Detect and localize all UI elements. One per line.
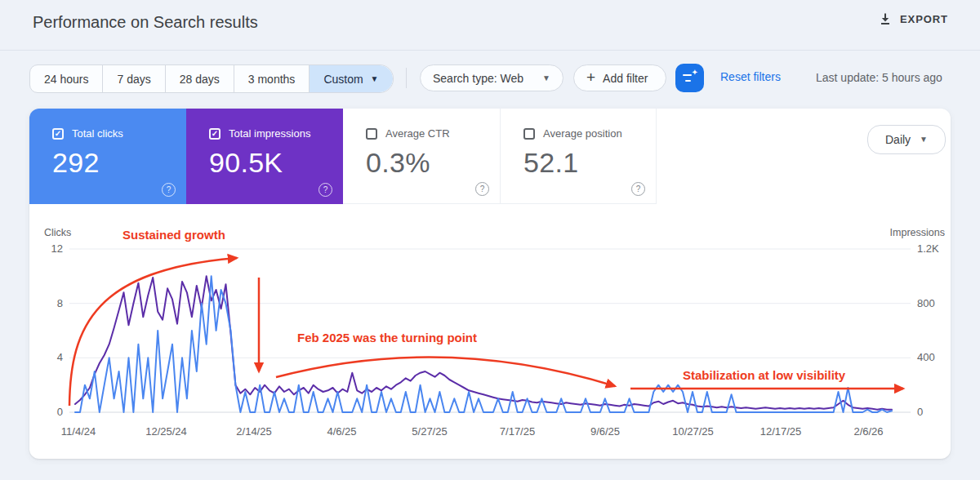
granularity-dropdown[interactable]: Daily ▼ — [867, 125, 946, 154]
caret-down-icon: ▼ — [920, 136, 928, 144]
last-update-text: Last update: 5 hours ago — [816, 71, 942, 84]
date-range-tabs: 24 hours 7 days 28 days 3 months Custom … — [29, 64, 394, 93]
metric-card-total-clicks[interactable]: ✓ Total clicks 292 ? — [29, 109, 186, 204]
checkbox-checked-icon[interactable]: ✓ — [52, 128, 64, 140]
metric-card-average-position[interactable]: Average position 52.1 ? — [500, 109, 657, 204]
performance-card: ✓ Total clicks 292 ? ✓ Total impressions… — [29, 109, 951, 459]
metric-value: 0.3% — [366, 147, 500, 179]
tab-28-days[interactable]: 28 days — [165, 65, 234, 92]
caret-down-icon: ▼ — [371, 75, 379, 83]
tune-sparkle-icon: ✦ — [683, 72, 697, 85]
help-circle-icon[interactable]: ? — [162, 183, 176, 197]
caret-down-icon: ▼ — [542, 74, 550, 82]
header-divider — [0, 50, 980, 51]
export-button[interactable]: EXPORT — [879, 12, 948, 25]
left-axis-title: Clicks — [44, 227, 71, 238]
metric-label: Average CTR — [385, 127, 450, 140]
metric-value: 52.1 — [523, 147, 656, 179]
help-circle-icon[interactable]: ? — [631, 182, 645, 196]
search-type-dropdown[interactable]: Search type: Web ▼ — [420, 64, 564, 91]
tab-custom-label: Custom — [323, 73, 363, 86]
search-type-label: Search type: Web — [433, 72, 523, 85]
tab-7-days[interactable]: 7 days — [102, 65, 164, 92]
add-filter-label: Add filter — [603, 72, 648, 85]
plus-icon: + — [586, 69, 595, 85]
metric-value: 292 — [52, 147, 186, 179]
granularity-label: Daily — [885, 133, 911, 146]
reset-filters-link[interactable]: Reset filters — [720, 70, 781, 83]
metric-card-average-ctr[interactable]: Average CTR 0.3% ? — [343, 109, 500, 204]
right-axis-title: Impressions — [886, 227, 945, 238]
filter-settings-button[interactable]: ✦ — [675, 64, 704, 92]
metric-label: Total impressions — [229, 127, 310, 140]
page-title: Performance on Search results — [33, 13, 258, 32]
add-filter-button[interactable]: + Add filter — [573, 64, 666, 91]
checkbox-checked-icon[interactable]: ✓ — [209, 128, 220, 140]
export-label: EXPORT — [900, 13, 948, 25]
metric-value: 90.5K — [209, 147, 343, 179]
checkbox-unchecked-icon[interactable] — [523, 128, 535, 140]
metric-card-total-impressions[interactable]: ✓ Total impressions 90.5K ? — [186, 109, 343, 204]
tab-3-months[interactable]: 3 months — [234, 65, 310, 92]
download-icon — [879, 12, 892, 25]
checkbox-unchecked-icon[interactable] — [366, 128, 377, 140]
tab-24-hours[interactable]: 24 hours — [30, 65, 102, 92]
help-circle-icon[interactable]: ? — [318, 183, 332, 197]
metric-label: Total clicks — [72, 127, 123, 140]
tab-custom[interactable]: Custom ▼ — [309, 65, 392, 92]
metric-label: Average position — [543, 127, 622, 140]
help-circle-icon[interactable]: ? — [475, 182, 489, 196]
filter-separator — [406, 68, 407, 88]
